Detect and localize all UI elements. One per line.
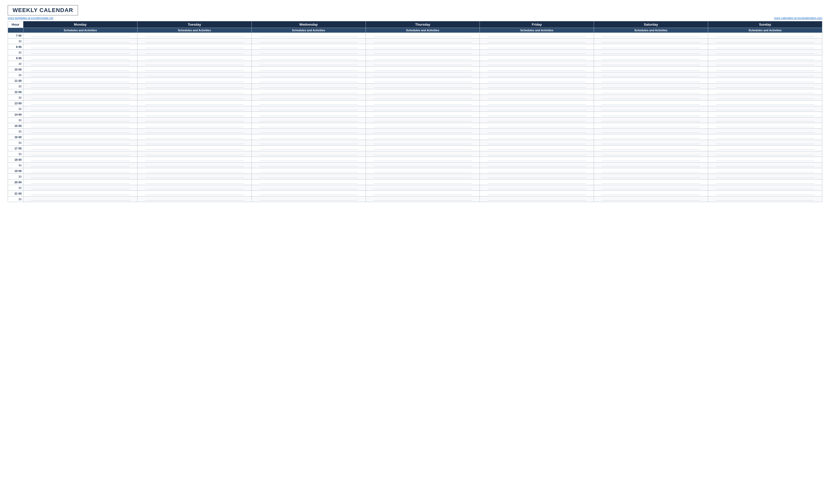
half-slot-cell[interactable] bbox=[365, 185, 480, 191]
half-slot-cell[interactable] bbox=[137, 95, 251, 100]
time-slot-cell[interactable] bbox=[251, 134, 365, 140]
half-slot-cell[interactable] bbox=[251, 38, 365, 44]
half-slot-cell[interactable] bbox=[137, 129, 251, 134]
time-slot-cell[interactable] bbox=[365, 191, 480, 196]
time-slot-cell[interactable] bbox=[480, 67, 594, 72]
half-slot-cell[interactable] bbox=[480, 196, 594, 202]
half-slot-cell[interactable] bbox=[480, 151, 594, 157]
half-slot-cell[interactable] bbox=[251, 196, 365, 202]
half-slot-cell[interactable] bbox=[251, 140, 365, 146]
half-slot-cell[interactable] bbox=[23, 106, 137, 112]
half-slot-cell[interactable] bbox=[708, 106, 822, 112]
half-slot-cell[interactable] bbox=[594, 38, 708, 44]
half-slot-cell[interactable] bbox=[365, 72, 480, 78]
half-slot-cell[interactable] bbox=[251, 106, 365, 112]
half-slot-cell[interactable] bbox=[365, 61, 480, 67]
time-slot-cell[interactable] bbox=[480, 191, 594, 196]
time-slot-cell[interactable] bbox=[251, 191, 365, 196]
time-slot-cell[interactable] bbox=[708, 134, 822, 140]
half-slot-cell[interactable] bbox=[23, 83, 137, 89]
half-slot-cell[interactable] bbox=[594, 174, 708, 179]
half-slot-cell[interactable] bbox=[480, 83, 594, 89]
time-slot-cell[interactable] bbox=[365, 44, 480, 50]
time-slot-cell[interactable] bbox=[365, 134, 480, 140]
time-slot-cell[interactable] bbox=[594, 67, 708, 72]
half-slot-cell[interactable] bbox=[251, 151, 365, 157]
half-slot-cell[interactable] bbox=[365, 95, 480, 100]
time-slot-cell[interactable] bbox=[23, 168, 137, 174]
half-slot-cell[interactable] bbox=[480, 129, 594, 134]
time-slot-cell[interactable] bbox=[23, 78, 137, 83]
half-slot-cell[interactable] bbox=[708, 38, 822, 44]
time-slot-cell[interactable] bbox=[23, 89, 137, 95]
half-slot-cell[interactable] bbox=[137, 61, 251, 67]
time-slot-cell[interactable] bbox=[365, 157, 480, 163]
time-slot-cell[interactable] bbox=[251, 67, 365, 72]
half-slot-cell[interactable] bbox=[480, 174, 594, 179]
time-slot-cell[interactable] bbox=[137, 123, 251, 129]
half-slot-cell[interactable] bbox=[251, 163, 365, 168]
half-slot-cell[interactable] bbox=[23, 140, 137, 146]
half-slot-cell[interactable] bbox=[23, 117, 137, 123]
half-slot-cell[interactable] bbox=[594, 140, 708, 146]
time-slot-cell[interactable] bbox=[23, 146, 137, 151]
half-slot-cell[interactable] bbox=[251, 129, 365, 134]
time-slot-cell[interactable] bbox=[594, 55, 708, 61]
time-slot-cell[interactable] bbox=[251, 168, 365, 174]
time-slot-cell[interactable] bbox=[708, 123, 822, 129]
half-slot-cell[interactable] bbox=[480, 117, 594, 123]
time-slot-cell[interactable] bbox=[708, 100, 822, 106]
half-slot-cell[interactable] bbox=[137, 50, 251, 55]
half-slot-cell[interactable] bbox=[708, 196, 822, 202]
time-slot-cell[interactable] bbox=[480, 112, 594, 117]
time-slot-cell[interactable] bbox=[137, 78, 251, 83]
time-slot-cell[interactable] bbox=[594, 134, 708, 140]
link-right[interactable]: more calendars at excelcalendars.com bbox=[774, 16, 822, 20]
time-slot-cell[interactable] bbox=[23, 33, 137, 38]
half-slot-cell[interactable] bbox=[137, 106, 251, 112]
time-slot-cell[interactable] bbox=[594, 44, 708, 50]
time-slot-cell[interactable] bbox=[23, 100, 137, 106]
half-slot-cell[interactable] bbox=[137, 163, 251, 168]
half-slot-cell[interactable] bbox=[365, 163, 480, 168]
time-slot-cell[interactable] bbox=[23, 157, 137, 163]
time-slot-cell[interactable] bbox=[137, 146, 251, 151]
time-slot-cell[interactable] bbox=[23, 44, 137, 50]
half-slot-cell[interactable] bbox=[480, 163, 594, 168]
half-slot-cell[interactable] bbox=[708, 129, 822, 134]
time-slot-cell[interactable] bbox=[594, 179, 708, 185]
time-slot-cell[interactable] bbox=[365, 67, 480, 72]
time-slot-cell[interactable] bbox=[365, 33, 480, 38]
time-slot-cell[interactable] bbox=[137, 55, 251, 61]
time-slot-cell[interactable] bbox=[480, 55, 594, 61]
time-slot-cell[interactable] bbox=[251, 157, 365, 163]
half-slot-cell[interactable] bbox=[480, 38, 594, 44]
time-slot-cell[interactable] bbox=[251, 112, 365, 117]
half-slot-cell[interactable] bbox=[594, 95, 708, 100]
time-slot-cell[interactable] bbox=[137, 112, 251, 117]
half-slot-cell[interactable] bbox=[365, 83, 480, 89]
half-slot-cell[interactable] bbox=[708, 140, 822, 146]
time-slot-cell[interactable] bbox=[594, 146, 708, 151]
time-slot-cell[interactable] bbox=[480, 33, 594, 38]
time-slot-cell[interactable] bbox=[480, 123, 594, 129]
time-slot-cell[interactable] bbox=[708, 67, 822, 72]
time-slot-cell[interactable] bbox=[23, 134, 137, 140]
half-slot-cell[interactable] bbox=[480, 140, 594, 146]
time-slot-cell[interactable] bbox=[365, 112, 480, 117]
time-slot-cell[interactable] bbox=[137, 67, 251, 72]
half-slot-cell[interactable] bbox=[23, 174, 137, 179]
time-slot-cell[interactable] bbox=[137, 157, 251, 163]
half-slot-cell[interactable] bbox=[594, 196, 708, 202]
time-slot-cell[interactable] bbox=[708, 168, 822, 174]
time-slot-cell[interactable] bbox=[365, 168, 480, 174]
half-slot-cell[interactable] bbox=[23, 129, 137, 134]
half-slot-cell[interactable] bbox=[594, 106, 708, 112]
half-slot-cell[interactable] bbox=[23, 196, 137, 202]
half-slot-cell[interactable] bbox=[708, 174, 822, 179]
time-slot-cell[interactable] bbox=[251, 78, 365, 83]
half-slot-cell[interactable] bbox=[251, 61, 365, 67]
half-slot-cell[interactable] bbox=[251, 50, 365, 55]
half-slot-cell[interactable] bbox=[23, 61, 137, 67]
time-slot-cell[interactable] bbox=[594, 157, 708, 163]
